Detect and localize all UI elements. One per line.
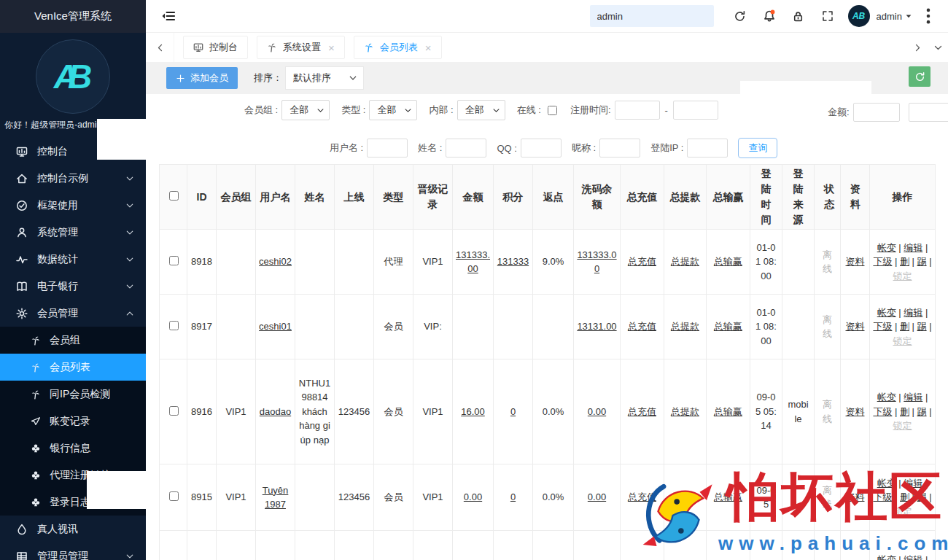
op-kick[interactable]: 踢 xyxy=(917,321,927,332)
op-edit[interactable]: 编辑 xyxy=(904,392,922,402)
profile-link[interactable]: 资料 xyxy=(846,406,865,417)
sidebar-subitem[interactable]: 会员组 xyxy=(0,327,146,354)
name-input[interactable] xyxy=(446,139,486,158)
amount-to-input[interactable] xyxy=(909,103,948,122)
wash-balance-link[interactable]: 131333.00 xyxy=(577,249,616,275)
recharge-link[interactable]: 总充值 xyxy=(628,321,656,332)
op-account-change[interactable]: 帐变 xyxy=(877,392,896,402)
refresh-button[interactable] xyxy=(726,5,755,27)
nick-input[interactable] xyxy=(599,139,640,158)
type-select[interactable]: 全部 xyxy=(369,100,417,120)
op-edit[interactable]: 编辑 xyxy=(904,478,922,489)
row-checkbox[interactable] xyxy=(169,406,179,416)
user-menu-label[interactable]: admin xyxy=(877,11,902,22)
amount-link[interactable]: 131333.00 xyxy=(456,249,490,275)
op-account-change[interactable]: 帐变 xyxy=(877,478,896,489)
op-delete[interactable]: 删 xyxy=(900,406,909,417)
recharge-link[interactable]: 总充值 xyxy=(628,256,656,267)
login-ip-input[interactable] xyxy=(687,139,728,158)
op-account-change[interactable]: 帐变 xyxy=(877,307,896,318)
sidebar-subitem[interactable]: 账变记录 xyxy=(0,408,146,435)
op-kick[interactable]: 踢 xyxy=(917,406,927,417)
lock-screen-button[interactable] xyxy=(784,5,813,27)
op-delete[interactable]: 删 xyxy=(900,491,909,502)
qq-input[interactable] xyxy=(521,139,562,158)
withdraw-link[interactable]: 总提款 xyxy=(671,256,699,267)
regtime-from-input[interactable] xyxy=(615,101,660,120)
profile-link[interactable]: 资料 xyxy=(846,491,865,502)
tabs-scroll-right-button[interactable] xyxy=(907,33,928,62)
winlose-link[interactable]: 总输赢 xyxy=(714,491,742,502)
select-all-checkbox[interactable] xyxy=(169,191,179,201)
withdraw-link[interactable]: 总提款 xyxy=(671,321,699,332)
add-member-button[interactable]: 添加会员 xyxy=(166,67,238,89)
notifications-button[interactable] xyxy=(755,5,784,27)
amount-link[interactable]: 16.00 xyxy=(461,406,485,417)
recharge-link[interactable]: 总充值 xyxy=(628,491,656,502)
sidebar-item[interactable]: 真人视讯 xyxy=(0,516,146,542)
username-input[interactable] xyxy=(367,139,408,158)
op-subordinate[interactable]: 下级 xyxy=(873,256,892,267)
recharge-link[interactable]: 总充值 xyxy=(628,406,656,417)
op-account-change[interactable]: 帐变 xyxy=(877,242,896,253)
sidebar-item[interactable]: 管理员管理 xyxy=(0,542,146,560)
wash-balance-link[interactable]: 0.00 xyxy=(588,406,606,417)
sidebar-item[interactable]: 会员管理 xyxy=(0,300,146,327)
op-kick[interactable]: 踢 xyxy=(917,256,927,267)
amount-from-input[interactable] xyxy=(853,103,900,122)
winlose-link[interactable]: 总输赢 xyxy=(714,406,742,417)
username-link[interactable]: daodao xyxy=(260,406,291,417)
sidebar-subitem[interactable]: 银行信息 xyxy=(0,435,146,462)
op-kick[interactable]: 踢 xyxy=(917,491,927,502)
op-subordinate[interactable]: 下级 xyxy=(873,321,892,332)
query-button[interactable]: 查询 xyxy=(738,138,777,158)
refresh-list-button[interactable] xyxy=(909,66,930,87)
wash-balance-link[interactable]: 0.00 xyxy=(588,491,606,502)
sidebar-item[interactable]: 框架使用 xyxy=(0,192,146,219)
op-edit[interactable]: 编辑 xyxy=(904,554,922,560)
op-subordinate[interactable]: 下级 xyxy=(873,406,892,417)
row-checkbox[interactable] xyxy=(169,491,179,501)
points-link[interactable]: 0 xyxy=(510,491,516,502)
tab[interactable]: 控制台 xyxy=(183,36,248,59)
internal-select[interactable]: 全部 xyxy=(457,100,505,120)
withdraw-link[interactable]: 总提款 xyxy=(671,406,699,417)
points-link[interactable]: 0 xyxy=(510,406,516,417)
op-delete[interactable]: 删 xyxy=(900,256,909,267)
kebab-menu-icon[interactable] xyxy=(919,7,938,26)
tab[interactable]: 系统设置× xyxy=(257,36,345,59)
sidebar-subitem[interactable]: 会员列表 xyxy=(0,354,146,381)
row-checkbox[interactable] xyxy=(169,256,179,265)
winlose-link[interactable]: 总输赢 xyxy=(714,321,742,332)
username-link[interactable]: ceshi01 xyxy=(259,321,292,332)
op-delete[interactable]: 删 xyxy=(900,321,909,332)
regtime-to-input[interactable] xyxy=(673,101,718,120)
fullscreen-button[interactable] xyxy=(813,5,842,27)
op-subordinate[interactable]: 下级 xyxy=(873,491,892,502)
tab-close-icon[interactable]: × xyxy=(328,42,335,53)
search-input[interactable] xyxy=(590,5,714,27)
chevron-down-icon[interactable] xyxy=(904,12,913,20)
sidebar-item[interactable]: 控制台示例 xyxy=(0,165,146,192)
op-edit[interactable]: 编辑 xyxy=(904,242,922,253)
winlose-link[interactable]: 总输赢 xyxy=(714,256,742,267)
tab-close-icon[interactable]: × xyxy=(425,42,432,53)
tabs-scroll-left-button[interactable] xyxy=(146,33,174,62)
amount-link[interactable]: 0.00 xyxy=(464,491,482,502)
sidebar-collapse-icon[interactable] xyxy=(160,9,176,23)
username-link[interactable]: ceshi02 xyxy=(259,256,292,267)
withdraw-link[interactable]: 总提款 xyxy=(671,491,699,502)
row-checkbox[interactable] xyxy=(169,321,179,330)
op-edit[interactable]: 编辑 xyxy=(904,307,922,318)
sidebar-item[interactable]: 数据统计 xyxy=(0,246,146,273)
username-link[interactable]: Tuyên 1987 xyxy=(263,485,289,510)
sidebar-item[interactable]: 电子银行 xyxy=(0,273,146,300)
member-group-select[interactable]: 全部 xyxy=(281,100,330,120)
sort-select[interactable]: 默认排序 xyxy=(285,66,364,90)
tab[interactable]: 会员列表× xyxy=(354,36,442,59)
sidebar-item[interactable]: 系统管理 xyxy=(0,219,146,246)
profile-link[interactable]: 资料 xyxy=(846,256,865,267)
wash-balance-link[interactable]: 13131.00 xyxy=(577,321,616,332)
op-account-change[interactable]: 帐变 xyxy=(877,554,896,560)
sidebar-subitem[interactable]: 同IP会员检测 xyxy=(0,381,146,408)
